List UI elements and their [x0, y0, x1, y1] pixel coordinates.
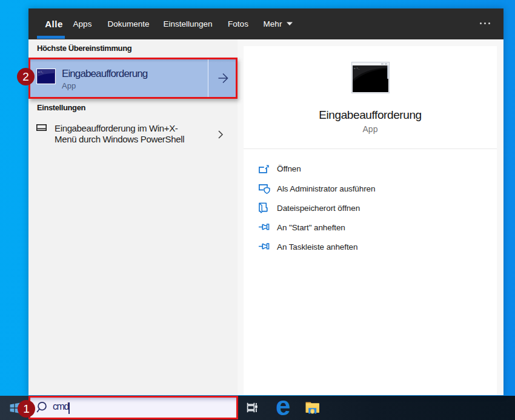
- svg-text:C:\_: C:\_: [38, 71, 44, 73]
- svg-text:C:\_: C:\_: [354, 67, 360, 70]
